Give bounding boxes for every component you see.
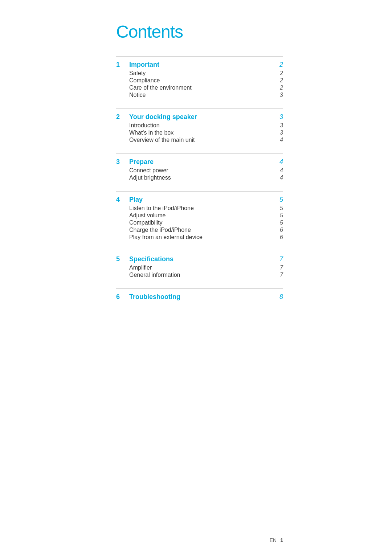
- toc-section-5: 5Specifications7Amplifier7General inform…: [116, 251, 283, 278]
- page-title: Contents: [116, 22, 283, 42]
- subsection-label-3-1: Adjut brightness: [129, 175, 171, 181]
- subsection-page-4-0: 5: [280, 205, 283, 212]
- subsection-row-4-3[interactable]: Charge the iPod/iPhone6: [116, 227, 283, 233]
- section-title-4: Play: [129, 196, 279, 204]
- section-divider-3: [116, 153, 283, 154]
- subsection-page-3-1: 4: [280, 175, 283, 181]
- subsection-row-1-2[interactable]: Care of the environment2: [116, 85, 283, 91]
- section-divider-2: [116, 108, 283, 109]
- subsection-label-4-2: Compatibility: [129, 219, 163, 226]
- section-header-row-3[interactable]: 3Prepare4: [116, 158, 283, 166]
- section-divider-4: [116, 191, 283, 192]
- subsection-label-5-1: General information: [129, 272, 180, 278]
- toc-section-2: 2Your docking speaker3Introduction3What'…: [116, 108, 283, 143]
- footer-page-number: 1: [280, 537, 283, 543]
- section-page-2: 3: [279, 113, 283, 121]
- section-divider-6: [116, 288, 283, 289]
- footer-language: EN: [270, 537, 277, 543]
- section-page-6: 8: [279, 293, 283, 301]
- subsection-page-4-4: 6: [280, 234, 283, 241]
- subsection-page-2-1: 3: [280, 130, 283, 136]
- section-page-1: 2: [279, 61, 283, 69]
- subsection-row-4-4[interactable]: Play from an external device6: [116, 234, 283, 241]
- section-number-1: 1: [116, 61, 125, 69]
- subsection-page-3-0: 4: [280, 167, 283, 174]
- section-header-row-6[interactable]: 6Troubleshooting8: [116, 293, 283, 301]
- subsection-label-3-0: Connect power: [129, 167, 168, 174]
- subsection-row-1-0[interactable]: Safety2: [116, 70, 283, 77]
- section-number-6: 6: [116, 293, 125, 301]
- section-header-row-2[interactable]: 2Your docking speaker3: [116, 113, 283, 121]
- subsection-page-1-3: 3: [280, 92, 283, 98]
- subsection-page-5-1: 7: [280, 272, 283, 278]
- toc-section-1: 1Important2Safety2Compliance2Care of the…: [116, 56, 283, 98]
- subsection-row-2-1[interactable]: What's in the box3: [116, 130, 283, 136]
- section-header-row-1[interactable]: 1Important2: [116, 61, 283, 69]
- section-header-row-5[interactable]: 5Specifications7: [116, 255, 283, 263]
- subsection-row-4-2[interactable]: Compatibility5: [116, 219, 283, 226]
- subsection-label-2-2: Overview of the main unit: [129, 137, 195, 143]
- section-divider-5: [116, 251, 283, 251]
- subsection-label-2-1: What's in the box: [129, 130, 173, 136]
- subsection-page-1-1: 2: [280, 77, 283, 84]
- section-title-1: Important: [129, 61, 279, 69]
- subsection-label-1-2: Care of the environment: [129, 85, 192, 91]
- subsection-page-5-0: 7: [280, 264, 283, 271]
- subsection-label-1-3: Notice: [129, 92, 146, 98]
- page-footer: EN 1: [270, 537, 283, 543]
- subsection-row-4-1[interactable]: Adjust volume5: [116, 212, 283, 219]
- subsection-label-1-1: Compliance: [129, 77, 160, 84]
- subsection-row-3-0[interactable]: Connect power4: [116, 167, 283, 174]
- section-number-4: 4: [116, 196, 125, 204]
- subsection-row-1-1[interactable]: Compliance2: [116, 77, 283, 84]
- subsection-page-2-0: 3: [280, 122, 283, 129]
- subsection-page-1-2: 2: [280, 85, 283, 91]
- section-number-3: 3: [116, 158, 125, 166]
- subsection-row-2-2[interactable]: Overview of the main unit4: [116, 137, 283, 143]
- section-header-row-4[interactable]: 4Play5: [116, 196, 283, 204]
- section-page-5: 7: [279, 255, 283, 263]
- toc-container: 1Important2Safety2Compliance2Care of the…: [116, 56, 283, 301]
- subsection-label-4-1: Adjust volume: [129, 212, 166, 219]
- toc-section-6: 6Troubleshooting8: [116, 288, 283, 301]
- section-divider-1: [116, 56, 283, 57]
- section-number-5: 5: [116, 255, 125, 263]
- subsection-page-4-2: 5: [280, 219, 283, 226]
- subsection-label-4-4: Play from an external device: [129, 234, 203, 241]
- subsection-page-4-3: 6: [280, 227, 283, 233]
- subsection-label-4-3: Charge the iPod/iPhone: [129, 227, 191, 233]
- subsection-label-2-0: Introduction: [129, 122, 160, 129]
- subsection-page-4-1: 5: [280, 212, 283, 219]
- section-page-4: 5: [279, 196, 283, 204]
- subsection-label-4-0: Listen to the iPod/iPhone: [129, 205, 194, 212]
- section-title-5: Specifications: [129, 255, 279, 263]
- page-container: Contents 1Important2Safety2Compliance2Ca…: [94, 0, 298, 554]
- section-title-2: Your docking speaker: [129, 113, 279, 121]
- toc-section-3: 3Prepare4Connect power4Adjut brightness4: [116, 153, 283, 181]
- subsection-row-4-0[interactable]: Listen to the iPod/iPhone5: [116, 205, 283, 212]
- subsection-row-2-0[interactable]: Introduction3: [116, 122, 283, 129]
- subsection-row-1-3[interactable]: Notice3: [116, 92, 283, 98]
- subsection-page-2-2: 4: [280, 137, 283, 143]
- subsection-page-1-0: 2: [280, 70, 283, 77]
- section-title-3: Prepare: [129, 158, 279, 166]
- subsection-row-3-1[interactable]: Adjut brightness4: [116, 175, 283, 181]
- section-page-3: 4: [279, 158, 283, 166]
- section-title-6: Troubleshooting: [129, 293, 279, 301]
- subsection-row-5-0[interactable]: Amplifier7: [116, 264, 283, 271]
- subsection-label-5-0: Amplifier: [129, 264, 152, 271]
- toc-section-4: 4Play5Listen to the iPod/iPhone5Adjust v…: [116, 191, 283, 241]
- section-number-2: 2: [116, 113, 125, 121]
- subsection-label-1-0: Safety: [129, 70, 146, 77]
- subsection-row-5-1[interactable]: General information7: [116, 272, 283, 278]
